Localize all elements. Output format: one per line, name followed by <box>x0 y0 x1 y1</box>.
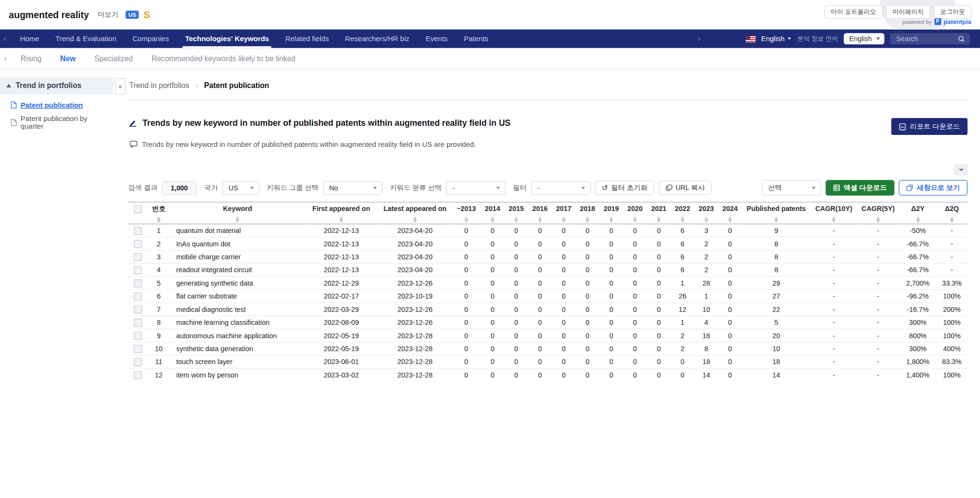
column-header-15[interactable]: 2024 <box>718 202 742 224</box>
column-header-3[interactable]: Latest appeared on <box>378 202 452 224</box>
sidebar-collapse-button[interactable]: « <box>115 78 125 94</box>
column-header-12[interactable]: 2021 <box>647 202 671 224</box>
sort-icon[interactable] <box>704 217 708 222</box>
nav-item-1[interactable]: Trend & Evaluation <box>47 29 124 48</box>
sidebar-item-patent-publication[interactable]: Patent publication <box>0 98 113 112</box>
column-header-14[interactable]: 2023 <box>694 202 718 224</box>
column-header-20[interactable]: Δ2Q <box>936 202 968 224</box>
nav-item-3[interactable]: Technologies' Keywords <box>177 29 277 48</box>
search-input[interactable] <box>895 34 947 43</box>
nav-item-6[interactable]: Events <box>418 29 456 48</box>
sort-icon[interactable] <box>657 217 661 222</box>
nav-item-7[interactable]: Patents <box>456 29 496 48</box>
row-checkbox[interactable] <box>134 279 142 288</box>
subnav-item-0[interactable]: Rising <box>11 54 51 63</box>
column-header-2[interactable]: First appeared on <box>304 202 378 224</box>
column-header-13[interactable]: 2022 <box>670 202 694 224</box>
keyword-cell[interactable]: InAs quantum dot <box>171 237 305 250</box>
excel-download-button[interactable]: 엑셀 다운로드 <box>825 180 894 196</box>
keyword-cell[interactable]: readout integrated circuit <box>171 264 305 277</box>
column-header-1[interactable]: Keyword <box>171 202 305 224</box>
row-checkbox[interactable] <box>134 319 142 327</box>
sort-icon[interactable] <box>774 217 778 222</box>
keyword-cell[interactable]: quantum dot material <box>171 224 305 237</box>
sort-icon[interactable] <box>464 217 468 222</box>
column-header-9[interactable]: 2018 <box>576 202 600 224</box>
row-checkbox[interactable] <box>134 266 142 274</box>
subnav-item-2[interactable]: Specialized <box>85 54 142 63</box>
my-portfolio-button[interactable]: 마이 포트폴리오 <box>824 5 882 19</box>
nav-item-5[interactable]: Researchers/HR biz <box>337 29 417 48</box>
row-checkbox[interactable] <box>134 332 142 340</box>
sort-icon[interactable] <box>728 217 732 222</box>
keyword-cell[interactable]: medical diagnostic test <box>171 303 305 316</box>
sort-icon[interactable] <box>876 217 880 222</box>
column-header-19[interactable]: Δ2Y <box>900 202 936 224</box>
subnav-item-1[interactable]: New <box>51 54 85 63</box>
row-checkbox[interactable] <box>134 358 142 366</box>
keyword-class-select[interactable]: - <box>446 181 505 195</box>
my-page-button[interactable]: 마이페이지 <box>886 5 930 19</box>
row-checkbox[interactable] <box>134 371 142 379</box>
logout-button[interactable]: 로그아웃 <box>934 5 971 19</box>
nav-scroll-left-icon[interactable]: ‹ <box>0 29 10 48</box>
column-header-18[interactable]: CAGR(5Y) <box>857 202 900 224</box>
row-checkbox[interactable] <box>134 292 142 300</box>
more-link[interactable]: 더보기 <box>98 10 118 20</box>
column-header-11[interactable]: 2020 <box>623 202 647 224</box>
nav-scroll-right-icon[interactable]: › <box>698 29 700 48</box>
column-header-7[interactable]: 2016 <box>528 202 552 224</box>
bulk-select-dropdown[interactable]: 선택 <box>762 180 821 196</box>
nav-item-2[interactable]: Companies <box>124 29 177 48</box>
sort-icon[interactable] <box>586 217 590 222</box>
column-header-10[interactable]: 2019 <box>600 202 624 224</box>
keyword-cell[interactable]: flat carrier substrate <box>171 289 305 302</box>
sort-icon[interactable] <box>490 217 494 222</box>
subnav-item-3[interactable]: Recommended keywords likely to be linked <box>142 54 305 63</box>
sidebar-group-trend-in-portfolios[interactable]: Trend in portfolios <box>0 77 113 95</box>
row-checkbox[interactable] <box>134 345 142 353</box>
open-new-window-button[interactable]: 새창으로 보기 <box>899 180 968 196</box>
sort-icon[interactable] <box>916 217 920 222</box>
sort-icon[interactable] <box>680 217 684 222</box>
search-box[interactable] <box>890 33 970 44</box>
sidebar-item-patent-publication-by-quarter[interactable]: Patent publication by quarter <box>0 112 113 133</box>
column-header-4[interactable]: ~2013 <box>452 202 480 224</box>
nav-item-0[interactable]: Home <box>12 29 47 48</box>
sort-icon[interactable] <box>609 217 613 222</box>
keyword-cell[interactable]: mobile charge carrier <box>171 250 305 263</box>
sort-icon[interactable] <box>562 217 566 222</box>
select-all-checkbox[interactable] <box>134 205 142 213</box>
column-header-16[interactable]: Published patents <box>742 202 811 224</box>
keyword-cell[interactable]: generating synthetic data <box>171 277 305 289</box>
column-header-6[interactable]: 2015 <box>504 202 528 224</box>
sort-icon[interactable] <box>633 217 637 222</box>
sort-icon[interactable] <box>413 217 417 222</box>
sort-icon[interactable] <box>514 217 518 222</box>
reset-filter-button[interactable]: ↺ 필터 초기화 <box>595 180 654 195</box>
nav-item-4[interactable]: Related fields <box>277 29 337 48</box>
report-download-button[interactable]: 리포트 다운로드 <box>891 118 967 135</box>
row-checkbox[interactable] <box>134 305 142 313</box>
row-checkbox[interactable] <box>134 227 142 235</box>
sort-icon[interactable] <box>157 217 161 222</box>
panel-collapse-button[interactable] <box>954 165 967 175</box>
column-header-17[interactable]: CAGR(10Y) <box>811 202 857 224</box>
row-checkbox[interactable] <box>134 253 142 261</box>
keyword-cell[interactable]: item worn by person <box>171 368 305 381</box>
keyword-cell[interactable]: touch screen layer <box>171 355 305 368</box>
keyword-group-select[interactable]: No <box>323 181 382 195</box>
sort-icon[interactable] <box>339 217 343 222</box>
column-header-8[interactable]: 2017 <box>552 202 576 224</box>
copy-url-button[interactable]: URL 복사 <box>659 180 712 195</box>
sort-icon[interactable] <box>235 217 239 222</box>
column-header-0[interactable]: 번호 <box>147 202 171 224</box>
sort-icon[interactable] <box>832 217 835 222</box>
keyword-cell[interactable]: machine learning classification <box>171 316 305 329</box>
site-language-dropdown[interactable]: English <box>761 35 791 43</box>
filter-select[interactable]: - <box>531 181 590 195</box>
analysis-language-select[interactable]: English <box>844 33 884 44</box>
keyword-cell[interactable]: autonomous machine application <box>171 329 305 342</box>
keyword-cell[interactable]: synthetic data generation <box>171 342 305 355</box>
sort-icon[interactable] <box>950 217 954 222</box>
